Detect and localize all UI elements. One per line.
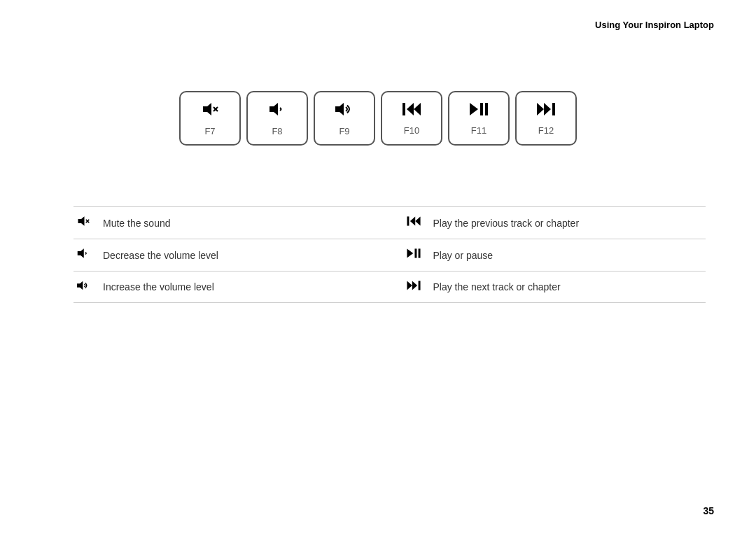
svg-rect-22 [414,248,416,258]
next-icon [536,101,556,120]
svg-marker-0 [203,103,211,115]
vol-up-row-icon [74,279,93,295]
table-row-2: Decrease the volume level Play or pause [74,239,706,271]
vol-down-icon [267,101,287,120]
svg-marker-19 [415,216,420,225]
play-pause-text: Play or pause [433,250,493,261]
svg-marker-7 [414,103,421,115]
key-f9: F9 [314,91,375,146]
key-box-f7: F7 [179,91,241,146]
svg-marker-8 [470,103,478,115]
key-label-f8: F8 [272,126,282,136]
svg-marker-24 [77,281,83,289]
left-col-2: Decrease the volume level [74,247,390,263]
svg-rect-13 [552,103,555,115]
table-row-1: Mute the sound Play the previous track o… [74,206,706,239]
key-label-f11: F11 [471,125,486,136]
key-label-f10: F10 [404,125,419,136]
key-box-f8: F8 [246,91,308,146]
svg-marker-11 [537,103,544,115]
play-pause-row-icon [404,247,424,263]
svg-rect-23 [418,248,420,258]
right-col-1: Play the previous track or chapter [390,215,706,231]
svg-rect-5 [402,103,405,115]
svg-marker-12 [544,103,551,115]
prev-icon [401,101,422,120]
key-box-f11: F11 [448,91,510,146]
key-f10: F10 [381,91,442,146]
left-col-1: Mute the sound [74,215,390,231]
vol-up-text: Increase the volume level [103,281,214,292]
svg-marker-20 [78,248,84,258]
left-col-3: Increase the volume level [74,279,390,295]
svg-rect-10 [485,103,488,115]
key-label-f9: F9 [339,126,349,136]
svg-rect-17 [407,216,409,225]
svg-rect-9 [480,103,483,115]
next-text: Play the next track or chapter [433,281,561,292]
mute-icon [200,101,220,120]
svg-marker-4 [335,103,344,115]
next-row-icon [404,279,424,295]
key-f12: F12 [515,91,577,146]
key-box-f12: F12 [515,91,577,146]
keys-section: F7 F8 F9 [176,91,580,146]
mute-text: Mute the sound [103,218,171,229]
vol-down-row-icon [74,247,93,263]
svg-rect-27 [418,281,420,290]
play-pause-icon [468,101,489,120]
svg-marker-6 [407,103,414,115]
prev-text: Play the previous track or chapter [433,218,580,229]
svg-marker-3 [270,103,278,115]
key-f8: F8 [246,91,308,146]
vol-down-text: Decrease the volume level [103,250,218,261]
key-box-f10: F10 [381,91,442,146]
mute-row-icon [74,215,93,231]
page-number: 35 [703,505,714,516]
page-header-title: Using Your Inspiron Laptop [595,20,714,30]
table-row-3: Increase the volume level Play the next … [74,271,706,303]
key-label-f7: F7 [204,126,215,136]
vol-up-icon [333,101,356,120]
key-box-f9: F9 [314,91,375,146]
key-f11: F11 [448,91,510,146]
key-label-f12: F12 [538,125,554,136]
prev-row-icon [404,215,424,231]
svg-marker-18 [410,216,414,225]
svg-marker-21 [407,248,413,258]
description-table: Mute the sound Play the previous track o… [74,206,706,303]
svg-marker-26 [412,281,416,290]
svg-marker-14 [78,216,85,226]
right-col-3: Play the next track or chapter [390,279,706,295]
key-f7: F7 [179,91,241,146]
svg-marker-25 [407,281,412,290]
right-col-2: Play or pause [390,247,706,263]
